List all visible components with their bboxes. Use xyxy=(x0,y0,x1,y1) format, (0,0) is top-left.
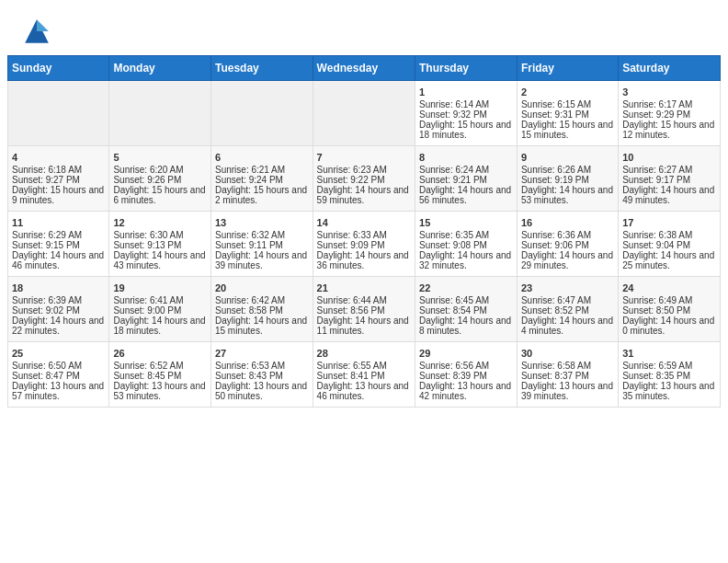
sunset-text: Sunset: 9:02 PM xyxy=(12,305,80,316)
calendar-cell: 8Sunrise: 6:24 AMSunset: 9:21 PMDaylight… xyxy=(415,146,518,212)
sunset-text: Sunset: 8:45 PM xyxy=(113,371,181,381)
daylight-text: Daylight: 14 hours and 29 minutes. xyxy=(521,250,613,270)
day-number: 5 xyxy=(113,152,207,163)
daylight-text: Daylight: 14 hours and 53 minutes. xyxy=(521,185,613,205)
sunrise-text: Sunrise: 6:30 AM xyxy=(113,230,183,240)
sunrise-text: Sunrise: 6:17 AM xyxy=(622,99,692,109)
calendar-cell: 16Sunrise: 6:36 AMSunset: 9:06 PMDayligh… xyxy=(517,212,618,277)
sunrise-text: Sunrise: 6:32 AM xyxy=(215,230,285,240)
daylight-text: Daylight: 14 hours and 43 minutes. xyxy=(113,250,205,270)
sunset-text: Sunset: 9:09 PM xyxy=(317,240,385,250)
sunrise-text: Sunrise: 6:53 AM xyxy=(215,361,285,371)
calendar-week-4: 18Sunrise: 6:39 AMSunset: 9:02 PMDayligh… xyxy=(8,277,721,342)
day-number: 19 xyxy=(113,282,207,293)
calendar-week-5: 25Sunrise: 6:50 AMSunset: 8:47 PMDayligh… xyxy=(8,342,721,408)
calendar-cell: 25Sunrise: 6:50 AMSunset: 8:47 PMDayligh… xyxy=(8,342,109,408)
sunrise-text: Sunrise: 6:56 AM xyxy=(419,361,489,371)
calendar-cell: 15Sunrise: 6:35 AMSunset: 9:08 PMDayligh… xyxy=(415,212,518,277)
sunrise-text: Sunrise: 6:41 AM xyxy=(113,295,183,305)
calendar-body: 1Sunrise: 6:14 AMSunset: 9:32 PMDaylight… xyxy=(8,81,721,408)
day-number: 6 xyxy=(215,152,309,163)
calendar-cell: 21Sunrise: 6:44 AMSunset: 8:56 PMDayligh… xyxy=(313,277,415,342)
calendar-cell: 30Sunrise: 6:58 AMSunset: 8:37 PMDayligh… xyxy=(517,342,618,408)
daylight-text: Daylight: 13 hours and 46 minutes. xyxy=(317,381,409,401)
sunrise-text: Sunrise: 6:36 AM xyxy=(521,230,591,240)
day-number: 14 xyxy=(317,217,411,228)
sunset-text: Sunset: 8:54 PM xyxy=(419,305,487,316)
sunrise-text: Sunrise: 6:47 AM xyxy=(521,295,591,305)
sunrise-text: Sunrise: 6:38 AM xyxy=(622,230,692,240)
day-header-monday: Monday xyxy=(109,56,211,81)
calendar-week-3: 11Sunrise: 6:29 AMSunset: 9:15 PMDayligh… xyxy=(8,212,721,277)
calendar-cell: 10Sunrise: 6:27 AMSunset: 9:17 PMDayligh… xyxy=(619,146,721,212)
daylight-text: Daylight: 14 hours and 0 minutes. xyxy=(622,316,714,336)
calendar-cell: 4Sunrise: 6:18 AMSunset: 9:27 PMDaylight… xyxy=(8,146,109,212)
sunset-text: Sunset: 9:08 PM xyxy=(419,240,487,250)
calendar-cell: 27Sunrise: 6:53 AMSunset: 8:43 PMDayligh… xyxy=(210,342,313,408)
sunrise-text: Sunrise: 6:18 AM xyxy=(12,165,82,175)
day-number: 27 xyxy=(215,348,309,359)
calendar-week-1: 1Sunrise: 6:14 AMSunset: 9:32 PMDaylight… xyxy=(8,81,721,146)
daylight-text: Daylight: 14 hours and 56 minutes. xyxy=(419,185,511,205)
day-number: 17 xyxy=(622,217,716,228)
sunrise-text: Sunrise: 6:52 AM xyxy=(113,361,183,371)
calendar-cell: 29Sunrise: 6:56 AMSunset: 8:39 PMDayligh… xyxy=(415,342,518,408)
sunset-text: Sunset: 9:31 PM xyxy=(521,109,589,120)
sunrise-text: Sunrise: 6:21 AM xyxy=(215,165,285,175)
sunset-text: Sunset: 9:24 PM xyxy=(215,175,283,185)
daylight-text: Daylight: 15 hours and 12 minutes. xyxy=(622,120,714,140)
daylight-text: Daylight: 14 hours and 39 minutes. xyxy=(215,250,307,270)
sunset-text: Sunset: 8:52 PM xyxy=(521,305,589,316)
header-row: SundayMondayTuesdayWednesdayThursdayFrid… xyxy=(8,56,721,81)
daylight-text: Daylight: 14 hours and 15 minutes. xyxy=(215,316,307,336)
day-number: 2 xyxy=(521,86,614,98)
day-number: 31 xyxy=(622,348,716,359)
sunrise-text: Sunrise: 6:42 AM xyxy=(215,295,285,305)
sunset-text: Sunset: 9:15 PM xyxy=(12,240,80,250)
day-number: 16 xyxy=(521,217,614,228)
calendar-cell: 22Sunrise: 6:45 AMSunset: 8:54 PMDayligh… xyxy=(415,277,518,342)
day-number: 15 xyxy=(419,217,513,228)
day-number: 10 xyxy=(622,152,716,163)
sunset-text: Sunset: 8:58 PM xyxy=(215,305,283,316)
sunrise-text: Sunrise: 6:45 AM xyxy=(419,295,489,305)
daylight-text: Daylight: 15 hours and 9 minutes. xyxy=(12,185,104,205)
calendar-cell: 18Sunrise: 6:39 AMSunset: 9:02 PMDayligh… xyxy=(8,277,109,342)
calendar-cell: 7Sunrise: 6:23 AMSunset: 9:22 PMDaylight… xyxy=(313,146,415,212)
calendar-table: SundayMondayTuesdayWednesdayThursdayFrid… xyxy=(7,55,721,408)
daylight-text: Daylight: 14 hours and 36 minutes. xyxy=(317,250,409,270)
daylight-text: Daylight: 14 hours and 46 minutes. xyxy=(12,250,104,270)
sunrise-text: Sunrise: 6:39 AM xyxy=(12,295,82,305)
sunset-text: Sunset: 9:26 PM xyxy=(113,175,181,185)
calendar-cell: 23Sunrise: 6:47 AMSunset: 8:52 PMDayligh… xyxy=(517,277,618,342)
sunrise-text: Sunrise: 6:58 AM xyxy=(521,361,591,371)
daylight-text: Daylight: 14 hours and 49 minutes. xyxy=(622,185,714,205)
day-number: 11 xyxy=(12,217,105,228)
calendar-cell: 9Sunrise: 6:26 AMSunset: 9:19 PMDaylight… xyxy=(517,146,618,212)
calendar-cell: 2Sunrise: 6:15 AMSunset: 9:31 PMDaylight… xyxy=(517,81,618,146)
day-number: 3 xyxy=(622,86,716,98)
day-number: 25 xyxy=(12,348,105,359)
daylight-text: Daylight: 14 hours and 22 minutes. xyxy=(12,316,104,336)
daylight-text: Daylight: 13 hours and 50 minutes. xyxy=(215,381,307,401)
sunrise-text: Sunrise: 6:49 AM xyxy=(622,295,692,305)
sunset-text: Sunset: 9:17 PM xyxy=(622,175,690,185)
day-number: 18 xyxy=(12,282,105,293)
sunset-text: Sunset: 9:13 PM xyxy=(113,240,181,250)
day-header-sunday: Sunday xyxy=(8,56,109,81)
calendar-cell xyxy=(313,81,415,146)
daylight-text: Daylight: 15 hours and 18 minutes. xyxy=(419,120,511,140)
sunrise-text: Sunrise: 6:14 AM xyxy=(419,99,489,109)
sunrise-text: Sunrise: 6:15 AM xyxy=(521,99,591,109)
sunrise-text: Sunrise: 6:44 AM xyxy=(317,295,387,305)
calendar-cell: 1Sunrise: 6:14 AMSunset: 9:32 PMDaylight… xyxy=(415,81,518,146)
day-header-wednesday: Wednesday xyxy=(313,56,415,81)
sunset-text: Sunset: 9:21 PM xyxy=(419,175,487,185)
calendar-cell: 31Sunrise: 6:59 AMSunset: 8:35 PMDayligh… xyxy=(619,342,721,408)
daylight-text: Daylight: 14 hours and 59 minutes. xyxy=(317,185,409,205)
sunrise-text: Sunrise: 6:50 AM xyxy=(12,361,82,371)
daylight-text: Daylight: 13 hours and 35 minutes. xyxy=(622,381,714,401)
daylight-text: Daylight: 14 hours and 25 minutes. xyxy=(622,250,714,270)
calendar-cell xyxy=(109,81,211,146)
calendar-cell: 11Sunrise: 6:29 AMSunset: 9:15 PMDayligh… xyxy=(8,212,109,277)
